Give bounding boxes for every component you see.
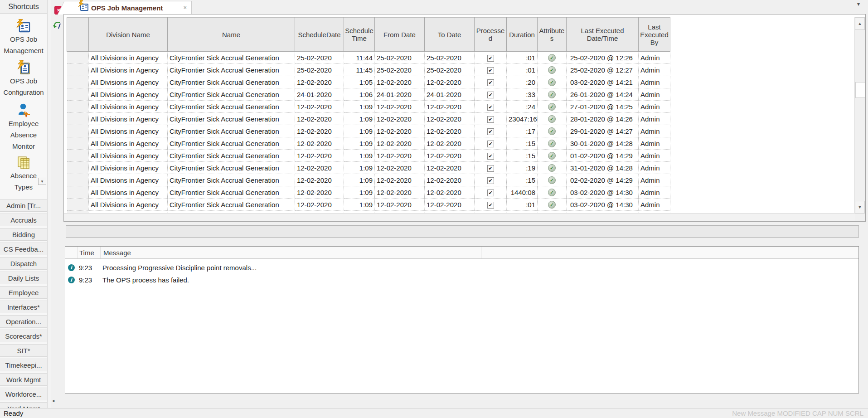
sidebar-group-item[interactable]: SIT*: [0, 344, 47, 357]
row-selector-cell[interactable]: [67, 101, 89, 113]
row-selector-cell[interactable]: [67, 162, 89, 174]
attributes-check-icon[interactable]: ✓: [548, 176, 556, 184]
processed-checkbox[interactable]: ✔: [487, 165, 494, 172]
tab-ops-job-management[interactable]: OPS Job Management ×: [64, 1, 192, 15]
attributes-check-icon[interactable]: ✓: [548, 115, 556, 123]
processed-checkbox[interactable]: ✔: [487, 55, 494, 62]
sidebar-group-item[interactable]: Employee: [0, 286, 47, 299]
column-header-attributes[interactable]: Attributes: [538, 18, 567, 52]
sidebar-splitter[interactable]: [48, 0, 51, 408]
table-row[interactable]: All Divisions in Agency CityFrontier Sic…: [67, 101, 670, 113]
table-row[interactable]: All Divisions in Agency CityFrontier Sic…: [67, 150, 670, 162]
sidebar-group-item[interactable]: Work Mgmt: [0, 373, 47, 386]
sidebar-group-item[interactable]: Admin [Tr...: [0, 199, 47, 212]
table-row[interactable]: All Divisions in Agency CityFrontier Sic…: [67, 125, 670, 137]
sidebar-group-item[interactable]: Bidding: [0, 228, 47, 241]
message-time-column-header[interactable]: Time: [78, 247, 101, 258]
row-selector-cell[interactable]: [67, 52, 89, 64]
attributes-check-icon[interactable]: ✓: [548, 66, 556, 74]
sidebar-item-ops-job-management[interactable]: OPS Job Management: [0, 19, 47, 56]
sidebar-group-item[interactable]: Daily Lists: [0, 272, 47, 284]
sidebar-group-item[interactable]: Interfaces*: [0, 301, 47, 313]
attributes-check-icon[interactable]: ✓: [548, 54, 556, 62]
column-header-schedule-date[interactable]: ScheduleDate: [295, 18, 344, 52]
attributes-check-icon[interactable]: ✓: [548, 91, 556, 98]
row-selector-cell[interactable]: [67, 199, 89, 211]
attributes-check-icon[interactable]: ✓: [548, 164, 556, 172]
row-selector-cell[interactable]: [67, 137, 89, 150]
attributes-check-icon[interactable]: ✓: [548, 189, 556, 196]
row-selector-cell[interactable]: [67, 64, 89, 76]
table-row[interactable]: All Divisions in Agency CityFrontier Sic…: [67, 76, 670, 88]
row-selector-cell[interactable]: [67, 174, 89, 186]
table-row[interactable]: All Divisions in Agency CityFrontier Sic…: [67, 64, 670, 76]
sidebar-group-item[interactable]: CS Feedba...: [0, 243, 47, 255]
processed-checkbox[interactable]: ✔: [487, 128, 494, 135]
scrollbar-thumb[interactable]: [855, 82, 865, 98]
vertical-scrollbar[interactable]: ▲ ▼: [854, 17, 865, 214]
sidebar-item-absence-types[interactable]: Absence Types: [0, 156, 47, 193]
attributes-check-icon[interactable]: ✓: [548, 152, 556, 160]
table-row[interactable]: All Divisions in Agency CityFrontier Sic…: [67, 52, 670, 64]
sidebar-group-item[interactable]: Scorecards*: [0, 330, 47, 342]
processed-cell: ✔: [475, 150, 507, 162]
row-selector-cell[interactable]: [67, 125, 89, 137]
column-header-to-date[interactable]: To Date: [425, 18, 475, 52]
processed-checkbox[interactable]: ✔: [487, 141, 494, 147]
absence-types-dropdown-button[interactable]: ▼: [38, 178, 46, 185]
row-selector-cell[interactable]: [67, 88, 89, 101]
column-header-selector[interactable]: [67, 18, 89, 52]
table-row[interactable]: All Divisions in Agency CityFrontier Sic…: [67, 162, 670, 174]
processed-checkbox[interactable]: ✔: [487, 177, 494, 184]
table-row[interactable]: All Divisions in Agency CityFrontier Sic…: [67, 137, 670, 150]
row-selector-cell[interactable]: [67, 150, 89, 162]
sidebar-item-employee-absence-monitor[interactable]: Employee Absence Monitor: [0, 102, 47, 152]
undo-refresh-button[interactable]: [53, 21, 63, 31]
tab-close-icon[interactable]: ×: [183, 5, 187, 11]
message-icon-column-header[interactable]: [65, 247, 78, 258]
sidebar-group-item[interactable]: Dispatch: [0, 257, 47, 270]
tab-overflow-chevron-icon[interactable]: ▾: [857, 1, 860, 7]
processed-checkbox[interactable]: ✔: [487, 153, 494, 160]
table-row[interactable]: All Divisions in Agency CityFrontier Sic…: [67, 186, 670, 199]
processed-checkbox[interactable]: ✔: [487, 104, 494, 111]
row-selector-cell[interactable]: [67, 76, 89, 88]
column-header-name[interactable]: Name: [168, 18, 295, 52]
row-selector-cell[interactable]: [67, 186, 89, 199]
processed-checkbox[interactable]: ✔: [487, 92, 494, 98]
sidebar-group-item[interactable]: Operation...: [0, 315, 47, 328]
message-message-column-header[interactable]: Message: [101, 247, 481, 258]
column-header-last-executed-datetime[interactable]: Last Executed Date/Time: [567, 18, 639, 52]
column-header-processed[interactable]: Processed: [475, 18, 507, 52]
processed-checkbox[interactable]: ✔: [487, 116, 494, 123]
attributes-check-icon[interactable]: ✓: [548, 103, 556, 111]
sidebar-group-item[interactable]: Workforce...: [0, 388, 47, 400]
sidebar-group-item[interactable]: Accruals: [0, 214, 47, 226]
column-header-schedule-time[interactable]: ScheduleTime: [344, 18, 375, 52]
horizontal-scrollbar[interactable]: [64, 213, 855, 221]
attributes-check-icon[interactable]: ✓: [548, 140, 556, 147]
column-header-last-executed-by[interactable]: Last Executed By: [639, 18, 670, 52]
processed-checkbox[interactable]: ✔: [487, 190, 494, 196]
scrollbar-up-button[interactable]: ▲: [855, 17, 865, 30]
message-row[interactable]: i 9:23 Processing Progressive Discipline…: [65, 262, 858, 274]
table-row[interactable]: All Divisions in Agency CityFrontier Sic…: [67, 113, 670, 125]
processed-checkbox[interactable]: ✔: [487, 67, 494, 74]
table-row[interactable]: All Divisions in Agency CityFrontier Sic…: [67, 88, 670, 101]
processed-checkbox[interactable]: ✔: [487, 79, 494, 86]
scrollbar-down-button[interactable]: ▼: [855, 201, 865, 214]
column-header-division-name[interactable]: Division Name: [89, 18, 168, 52]
scroll-left-icon[interactable]: ◄: [51, 399, 55, 403]
attributes-check-icon[interactable]: ✓: [548, 78, 556, 86]
row-selector-cell[interactable]: [67, 113, 89, 125]
attributes-check-icon[interactable]: ✓: [548, 127, 556, 135]
sidebar-group-item[interactable]: Timekeepi...: [0, 359, 47, 371]
table-row[interactable]: All Divisions in Agency CityFrontier Sic…: [67, 174, 670, 186]
processed-checkbox[interactable]: ✔: [487, 202, 494, 209]
attributes-check-icon[interactable]: ✓: [548, 201, 556, 209]
table-row[interactable]: All Divisions in Agency CityFrontier Sic…: [67, 199, 670, 211]
column-header-duration[interactable]: Duration: [507, 18, 538, 52]
column-header-from-date[interactable]: From Date: [375, 18, 425, 52]
message-row[interactable]: i 9:23 The OPS process has failed.: [65, 274, 858, 286]
sidebar-item-ops-job-configuration[interactable]: OPS Job Configuration: [0, 60, 47, 98]
